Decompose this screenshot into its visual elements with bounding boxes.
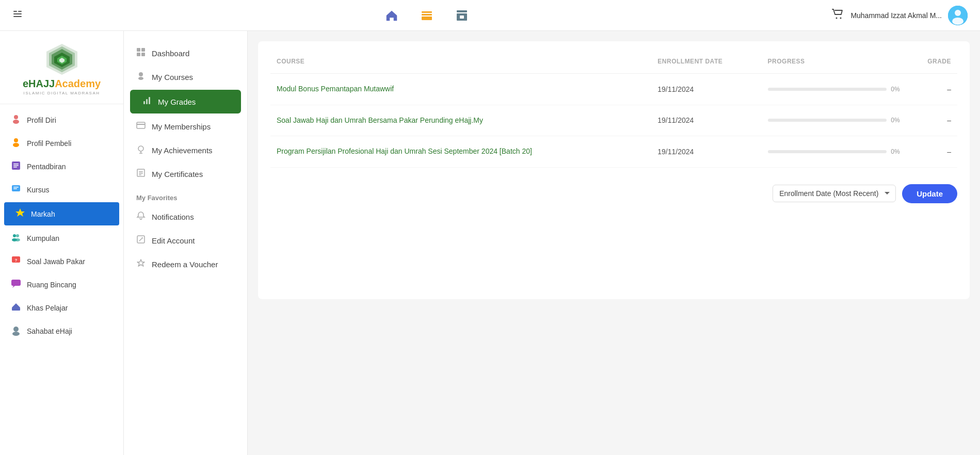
cart-icon[interactable] [831,7,844,24]
left-nav-item-profil-pembeli[interactable]: Profil Pembeli [0,132,123,155]
svg-point-10 [836,17,838,19]
col-grade: GRADE [906,54,957,74]
profil-pembeli-label: Profil Pembeli [27,139,71,148]
pentadbiran-icon [10,160,22,173]
nav-home-icon[interactable] [384,8,399,23]
dashboard-icon [136,47,146,59]
svg-rect-28 [13,167,17,168]
soal-jawab-icon: ? [10,255,22,268]
left-nav-item-kursus[interactable]: Kursus [0,178,123,201]
sahabat-ehaji-label: Sahabat eHaji [27,327,72,335]
col-enrollment-date: ENROLLMENT DATE [651,54,761,74]
ruang-bincang-icon [10,278,22,291]
mid-nav-my-courses[interactable]: My Courses [124,65,247,89]
my-certificates-label: My Certificates [152,170,203,178]
svg-rect-61 [139,171,143,172]
logo-area: eHAJJAcademy ISLAMIC DIGITAL MADRASAH [0,31,123,104]
logo-icon [44,41,80,77]
my-memberships-icon [136,121,146,132]
left-nav-item-sahabat-ehaji[interactable]: Sahabat eHaji [0,319,123,343]
my-achievements-label: My Achievements [152,146,213,155]
svg-rect-6 [422,17,432,20]
mid-nav-redeem-voucher[interactable]: Redeem a Voucher [124,252,247,276]
enrollment-date: 19/11/2024 [657,85,694,93]
grade-value: – [906,74,957,105]
course-link[interactable]: Soal Jawab Haji dan Umrah Bersama Pakar … [277,116,483,124]
kumpulan-icon [10,232,22,245]
progress-bar-wrap [768,88,887,91]
left-nav-item-ruang-bincang[interactable]: Ruang Bincang [0,273,123,296]
svg-point-23 [14,138,18,142]
enrollment-date: 19/11/2024 [657,116,694,124]
profil-diri-icon [10,113,22,126]
grades-card: COURSE ENROLLMENT DATE PROGRESS GRADE Mo… [258,41,970,299]
notifications-label: Notifications [152,213,194,221]
nav-courses-icon[interactable] [420,8,434,23]
svg-marker-32 [15,208,25,217]
left-sidebar: eHAJJAcademy ISLAMIC DIGITAL MADRASAH Pr… [0,31,124,455]
svg-point-14 [952,18,963,25]
redeem-voucher-label: Redeem a Voucher [152,260,218,269]
sidebar-toggle-icon[interactable] [12,9,23,22]
svg-point-36 [15,238,20,241]
svg-rect-30 [13,187,19,188]
progress-percent: 0% [891,117,899,124]
markah-label: Markah [31,210,55,218]
svg-rect-3 [13,16,22,17]
my-grades-label: My Grades [158,98,196,106]
mid-nav-my-achievements[interactable]: My Achievements [124,138,247,162]
nav-store-icon[interactable] [455,8,469,23]
svg-rect-51 [139,78,142,79]
grade-value: – [906,105,957,136]
mid-nav-my-certificates[interactable]: My Certificates [124,162,247,186]
main-layout: eHAJJAcademy ISLAMIC DIGITAL MADRASAH Pr… [0,31,980,455]
course-link[interactable]: Modul Bonus Pemantapan Mutawwif [277,85,394,93]
pentadbiran-label: Pentadbiran [27,163,66,171]
svg-rect-2 [13,13,22,14]
grades-table: COURSE ENROLLMENT DATE PROGRESS GRADE Mo… [270,54,957,168]
svg-rect-26 [13,164,19,165]
update-button[interactable]: Update [902,184,957,203]
table-row: Modul Bonus Pemantapan Mutawwif 19/11/20… [270,74,957,105]
left-nav-item-kumpulan[interactable]: Kumpulan [0,226,123,250]
edit-account-icon [136,235,146,246]
top-nav-center [384,8,469,23]
svg-point-24 [13,143,19,147]
mid-sidebar: Dashboard My Courses My Grades My Member… [124,31,248,455]
sort-select[interactable]: Enrollment Date (Most Recent)Enrollment … [773,185,896,202]
dashboard-label: Dashboard [152,49,189,58]
progress-cell: 0% [768,148,900,155]
mid-nav-my-memberships[interactable]: My Memberships [124,115,247,138]
my-courses-icon [136,71,146,83]
svg-rect-45 [137,48,140,52]
table-row: Program Persijilan Profesional Haji dan … [270,136,957,168]
mid-nav-dashboard[interactable]: Dashboard [124,41,247,65]
mid-nav-notifications[interactable]: Notifications [124,205,247,229]
mid-nav-edit-account[interactable]: Edit Account [124,229,247,252]
markah-icon [14,207,26,220]
left-nav-item-markah[interactable]: Markah [4,202,119,225]
ruang-bincang-label: Ruang Bincang [27,281,76,289]
svg-rect-7 [457,10,467,12]
svg-text:?: ? [15,258,18,263]
left-nav-item-profil-diri[interactable]: Profil Diri [0,108,123,132]
left-nav-item-khas-pelajar[interactable]: Khas Pelajar [0,296,123,319]
course-link[interactable]: Program Persijilan Profesional Haji dan … [277,147,532,155]
progress-percent: 0% [891,86,899,93]
svg-point-21 [14,115,18,119]
svg-point-44 [12,332,20,336]
svg-point-22 [13,120,19,124]
redeem-voucher-icon [136,258,146,270]
left-nav-item-pentadbiran[interactable]: Pentadbiran [0,155,123,178]
khas-pelajar-label: Khas Pelajar [27,304,68,312]
left-nav-item-soal-jawab[interactable]: ? Soal Jawab Pakar [0,250,123,273]
progress-bar-wrap [768,150,887,153]
bottom-actions: Enrollment Date (Most Recent)Enrollment … [270,184,957,203]
content-area: COURSE ENROLLMENT DATE PROGRESS GRADE Mo… [248,31,980,455]
avatar[interactable] [948,6,968,25]
svg-rect-56 [137,124,145,125]
mid-nav-my-grades[interactable]: My Grades [130,90,241,113]
logo-subtitle: ISLAMIC DIGITAL MADRASAH [23,91,100,95]
svg-rect-63 [139,174,141,175]
svg-rect-47 [137,53,140,56]
